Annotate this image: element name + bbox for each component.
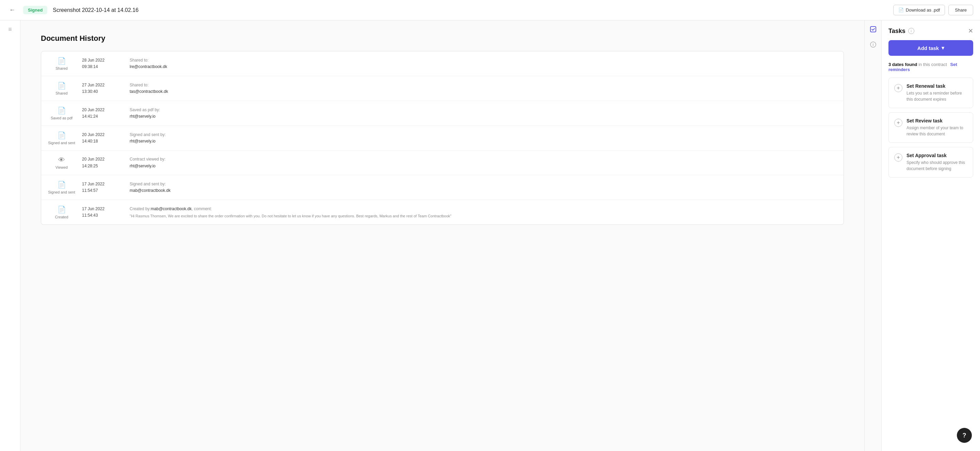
svg-rect-0 bbox=[870, 27, 876, 32]
doc-history-title: Document History bbox=[41, 34, 844, 43]
task-card-renewal: + Set Renewal task Lets you set a remind… bbox=[888, 78, 973, 108]
table-row: 📄 Shared 28 Jun 2022 09:38:14 Shared to:… bbox=[41, 51, 843, 76]
right-panel-content: Tasks i ✕ Add task ▾ 3 dates found in th… bbox=[882, 21, 980, 451]
close-icon[interactable]: ✕ bbox=[968, 27, 973, 35]
tasks-sidebar-icon[interactable] bbox=[870, 26, 877, 34]
add-task-label: Add task bbox=[917, 45, 939, 51]
row-info: Contract viewed by: rht@servely.io bbox=[130, 156, 837, 169]
row-info: Signed and sent by: rht@servely.io bbox=[130, 132, 837, 145]
main-layout: ≡ Document History 📄 Shared 28 Jun 2022 … bbox=[0, 21, 980, 451]
task-title: Set Review task bbox=[907, 118, 967, 124]
table-row: 📄 Created 17 Jun 2022 11:54:43 Created b… bbox=[41, 200, 843, 224]
table-row: 👁 Viewed 20 Jun 2022 14:28:25 Contract v… bbox=[41, 151, 843, 175]
file-icon: 📄 bbox=[898, 8, 904, 13]
row-icon-label: 📄 Signed and sent bbox=[48, 131, 75, 145]
svg-text:i: i bbox=[872, 43, 873, 47]
share-button[interactable]: Share bbox=[948, 5, 973, 15]
saved-pdf-icon: 📄 bbox=[57, 106, 66, 114]
shared-icon: 📄 bbox=[57, 57, 66, 65]
row-label: Viewed bbox=[56, 165, 68, 169]
back-button[interactable]: ← bbox=[7, 5, 18, 16]
row-info: Shared to: tas@contractbook.dk bbox=[130, 82, 837, 95]
signed-icon-2: 📄 bbox=[57, 181, 66, 189]
table-row: 📄 Signed and sent 17 Jun 2022 11:54:57 S… bbox=[41, 175, 843, 200]
table-row: 📄 Shared 27 Jun 2022 13:30:40 Shared to:… bbox=[41, 76, 843, 101]
row-label: Signed and sent bbox=[48, 190, 75, 194]
right-icon-sidebar: i bbox=[865, 21, 882, 451]
task-content-approval: Set Approval task Specify who should app… bbox=[907, 153, 967, 172]
row-datetime: 27 Jun 2022 13:30:40 bbox=[82, 82, 123, 95]
task-content-renewal: Set Renewal task Lets you set a reminder… bbox=[907, 83, 967, 102]
row-info: Signed and sent by: mab@contractbook.dk bbox=[130, 181, 837, 194]
created-icon: 📄 bbox=[57, 205, 66, 214]
viewed-icon: 👁 bbox=[58, 156, 65, 164]
left-sidebar: ≡ bbox=[0, 21, 21, 451]
panel-info-icon[interactable]: i bbox=[908, 28, 914, 34]
topbar-actions: 📄 Download as .pdf Share bbox=[893, 5, 973, 15]
row-info: Saved as pdf by: rht@servely.io bbox=[130, 107, 837, 120]
row-datetime: 17 Jun 2022 11:54:43 bbox=[82, 206, 123, 219]
row-icon-label: 📄 Signed and sent bbox=[48, 181, 75, 194]
row-icon-label: 📄 Created bbox=[48, 205, 75, 219]
task-content-review: Set Review task Assign member of your te… bbox=[907, 118, 967, 137]
add-task-dropdown-icon: ▾ bbox=[942, 45, 944, 51]
task-description: Lets you set a reminder before this docu… bbox=[907, 90, 967, 102]
add-renewal-task-button[interactable]: + bbox=[894, 84, 902, 92]
task-card-review: + Set Review task Assign member of your … bbox=[888, 112, 973, 143]
row-info: Shared to: lre@contractbook.dk bbox=[130, 57, 837, 70]
add-approval-task-button[interactable]: + bbox=[894, 153, 902, 162]
back-icon: ← bbox=[9, 6, 15, 14]
dates-found: 3 dates found in this contract Set remin… bbox=[888, 62, 973, 72]
table-row: 📄 Signed and sent 20 Jun 2022 14:40:18 S… bbox=[41, 126, 843, 151]
row-icon-label: 📄 Saved as pdf bbox=[48, 106, 75, 120]
row-icon-label: 👁 Viewed bbox=[48, 156, 75, 169]
download-button[interactable]: 📄 Download as .pdf bbox=[893, 5, 945, 15]
info-sidebar-icon[interactable]: i bbox=[870, 41, 877, 50]
table-row: 📄 Saved as pdf 20 Jun 2022 14:41:24 Save… bbox=[41, 101, 843, 126]
panel-header: Tasks i ✕ bbox=[888, 27, 973, 35]
add-task-button[interactable]: Add task ▾ bbox=[888, 40, 973, 56]
document-title: Screenshot 2022-10-14 at 14.02.16 bbox=[53, 7, 888, 13]
row-datetime: 17 Jun 2022 11:54:57 bbox=[82, 181, 123, 194]
signed-icon: 📄 bbox=[57, 131, 66, 140]
topbar: ← Signed Screenshot 2022-10-14 at 14.02.… bbox=[0, 0, 980, 21]
row-datetime: 20 Jun 2022 14:28:25 bbox=[82, 156, 123, 169]
row-label: Signed and sent bbox=[48, 141, 75, 145]
task-title: Set Approval task bbox=[907, 153, 967, 158]
content-area: Document History 📄 Shared 28 Jun 2022 09… bbox=[21, 21, 864, 451]
shared-icon-2: 📄 bbox=[57, 82, 66, 90]
row-label: Saved as pdf bbox=[51, 116, 73, 120]
right-tasks-panel: i Tasks i ✕ Add task ▾ 3 dates f bbox=[864, 21, 980, 451]
signed-badge: Signed bbox=[23, 6, 47, 14]
task-title: Set Renewal task bbox=[907, 83, 967, 89]
row-datetime: 20 Jun 2022 14:40:18 bbox=[82, 132, 123, 145]
task-description: Assign member of your team to review thi… bbox=[907, 125, 967, 137]
panel-title: Tasks bbox=[888, 27, 905, 35]
row-label: Shared bbox=[56, 66, 67, 70]
row-label: Shared bbox=[56, 91, 67, 95]
row-datetime: 28 Jun 2022 09:38:14 bbox=[82, 57, 123, 70]
row-info: Created by:mab@contractbook.dk, comment:… bbox=[130, 206, 837, 219]
task-description: Specify who should approve this document… bbox=[907, 159, 967, 172]
add-review-task-button[interactable]: + bbox=[894, 119, 902, 127]
history-table: 📄 Shared 28 Jun 2022 09:38:14 Shared to:… bbox=[41, 51, 844, 225]
download-label: Download as .pdf bbox=[906, 8, 940, 13]
row-datetime: 20 Jun 2022 14:41:24 bbox=[82, 107, 123, 120]
panel-title-wrap: Tasks i bbox=[888, 27, 914, 35]
row-icon-label: 📄 Shared bbox=[48, 82, 75, 95]
help-button[interactable]: ? bbox=[957, 428, 972, 443]
task-card-approval: + Set Approval task Specify who should a… bbox=[888, 147, 973, 178]
row-label: Created bbox=[55, 215, 68, 219]
left-sidebar-icon-1[interactable]: ≡ bbox=[8, 26, 12, 33]
row-icon-label: 📄 Shared bbox=[48, 57, 75, 70]
